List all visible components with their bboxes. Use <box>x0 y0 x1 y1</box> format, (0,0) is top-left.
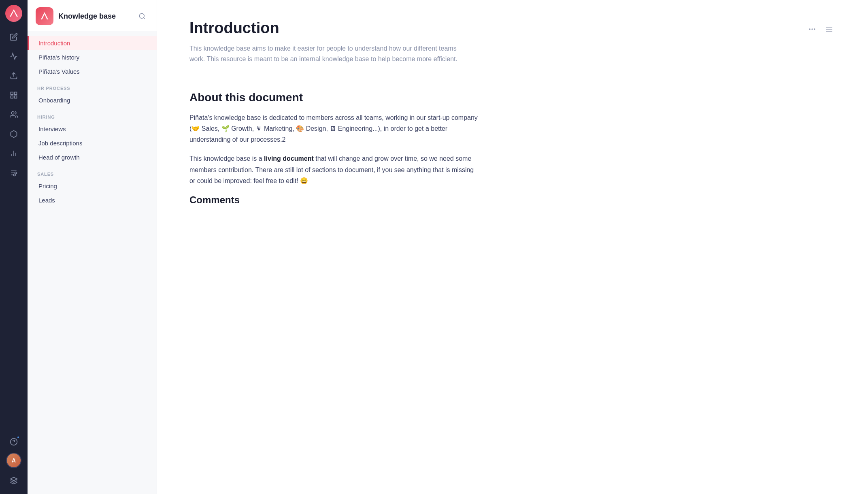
svg-point-16 <box>139 13 144 18</box>
analytics-nav-btn[interactable] <box>5 48 22 65</box>
help-notification-dot <box>17 436 20 439</box>
svg-point-5 <box>11 112 14 115</box>
intro-paragraph: This knowledge base aims to make it easi… <box>189 43 465 65</box>
svg-point-19 <box>811 28 813 30</box>
svg-rect-3 <box>15 96 17 98</box>
help-nav-btn[interactable] <box>5 433 22 450</box>
svg-rect-2 <box>15 92 17 95</box>
sidebar-item-interviews[interactable]: Interviews <box>28 122 157 136</box>
comments-section-title: Comments <box>189 194 836 206</box>
about-paragraph-2: This knowledge base is a living document… <box>189 153 481 186</box>
sidebar-logo <box>36 7 53 25</box>
svg-line-17 <box>143 17 145 19</box>
sidebar-title: Knowledge base <box>58 12 131 21</box>
table-of-contents-button[interactable] <box>823 23 836 36</box>
sidebar-section-hr: HR PROCESS <box>28 79 157 93</box>
help-button-wrap <box>5 433 22 450</box>
sidebar-nav: Introduction Piñata's history Piñata's V… <box>28 31 157 494</box>
cube-nav-btn[interactable] <box>5 126 22 143</box>
sidebar-item-onboarding[interactable]: Onboarding <box>28 93 157 107</box>
svg-rect-4 <box>11 96 13 98</box>
sidebar-item-pinata-history[interactable]: Piñata's history <box>28 50 157 64</box>
content-divider <box>189 78 836 78</box>
sidebar-section-sales: SALES <box>28 164 157 179</box>
header-actions <box>806 19 836 36</box>
more-options-button[interactable] <box>806 23 819 36</box>
sidebar-item-pricing[interactable]: Pricing <box>28 179 157 193</box>
user-avatar[interactable]: A <box>6 453 21 468</box>
sidebar-item-leads[interactable]: Leads <box>28 193 157 207</box>
main-header: Introduction <box>189 19 836 37</box>
svg-point-13 <box>13 174 15 176</box>
design-nav-btn[interactable] <box>5 87 22 104</box>
chart-nav-btn[interactable] <box>5 145 22 162</box>
about-section-title: About this document <box>189 91 836 104</box>
edit-nav-btn[interactable] <box>5 28 22 45</box>
filter-nav-btn[interactable] <box>5 164 22 181</box>
share-nav-btn[interactable] <box>5 67 22 84</box>
sidebar-search-button[interactable] <box>136 10 149 23</box>
sidebar-item-introduction[interactable]: Introduction <box>28 36 157 50</box>
sidebar-section-hiring: HIRING <box>28 107 157 122</box>
svg-point-20 <box>814 28 815 30</box>
svg-rect-1 <box>11 92 13 95</box>
main-content: Introduction This knowledge base aims to… <box>157 0 868 494</box>
svg-point-12 <box>15 172 17 174</box>
sidebar: Knowledge base Introduction Piñata's his… <box>28 0 157 494</box>
page-title: Introduction <box>189 19 279 37</box>
sidebar-item-head-of-growth[interactable]: Head of growth <box>28 150 157 164</box>
sidebar-header: Knowledge base <box>28 0 157 31</box>
svg-point-18 <box>809 28 811 30</box>
app-logo[interactable] <box>5 5 22 22</box>
sidebar-item-job-descriptions[interactable]: Job descriptions <box>28 136 157 150</box>
team-nav-btn[interactable] <box>5 106 22 123</box>
stack-nav-btn[interactable] <box>5 472 22 489</box>
icon-bar: A <box>0 0 28 494</box>
about-paragraph-1: Piñata's knowledge base is dedicated to … <box>189 112 481 145</box>
sidebar-item-pinata-values[interactable]: Piñata's Values <box>28 64 157 79</box>
